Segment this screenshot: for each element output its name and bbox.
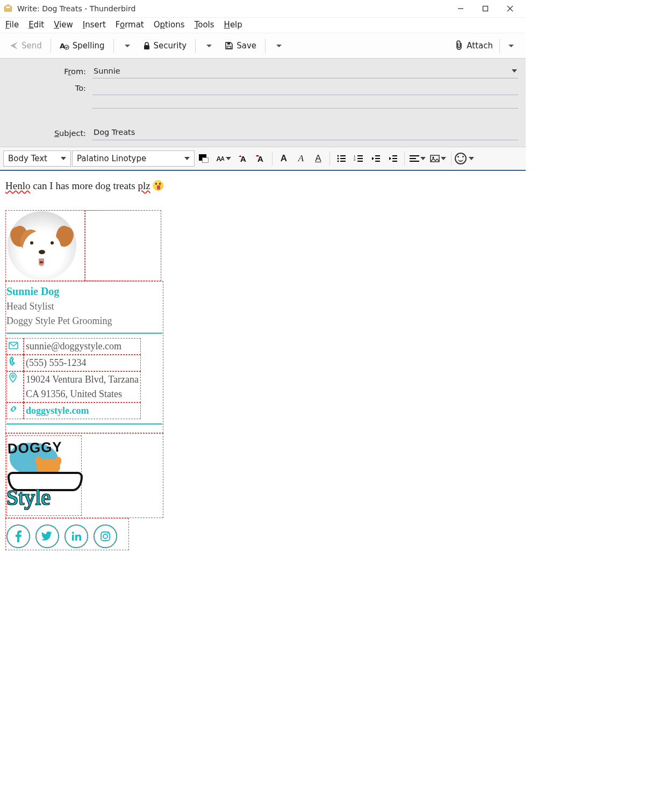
emoji-tongue (153, 180, 163, 191)
signature-name: Sunnie Dog (6, 283, 162, 299)
chevron-down-icon (206, 45, 212, 47)
svg-text:2: 2 (354, 158, 356, 161)
svg-point-11 (338, 155, 339, 157)
paperclip-icon (455, 40, 463, 51)
signature-email: sunnie@doggystyle.com (24, 338, 141, 355)
twitter-link[interactable] (35, 524, 59, 548)
insert-image-button[interactable] (428, 151, 448, 166)
signature-website[interactable]: doggystyle.com (26, 405, 89, 416)
menu-insert[interactable]: Insert (83, 20, 106, 30)
titlebar: Write: Dog Treats - Thunderbird (0, 0, 526, 18)
emoji-button[interactable] (455, 151, 474, 166)
signature-address: 19024 Ventura Blvd, Tarzana CA 91356, Un… (24, 371, 141, 403)
to-row: To: (8, 81, 518, 95)
menu-format[interactable]: Format (116, 20, 144, 30)
bullet-list-button[interactable] (333, 151, 349, 166)
numbered-list-button[interactable]: 12 (350, 151, 367, 166)
instagram-link[interactable] (94, 524, 117, 548)
indent-button[interactable] (385, 151, 401, 166)
font-size-select[interactable]: AA (213, 151, 234, 166)
svg-point-15 (338, 161, 339, 162)
attach-button[interactable]: Attach (450, 38, 497, 53)
chevron-down-icon (469, 157, 474, 160)
spelling-button[interactable]: A Spelling (55, 39, 109, 53)
svg-rect-1 (483, 6, 488, 11)
to-label: To: (8, 84, 92, 92)
separator (329, 152, 330, 166)
decrease-font-button[interactable]: A (235, 151, 252, 166)
separator (113, 39, 114, 53)
from-label: From: (8, 67, 92, 76)
svg-rect-23 (375, 158, 380, 159)
security-dropdown[interactable] (200, 42, 218, 49)
facebook-link[interactable] (6, 524, 30, 548)
underline-button[interactable]: A (310, 151, 326, 166)
menu-file[interactable]: File (5, 20, 19, 30)
smile-icon (455, 153, 467, 164)
signature-divider (6, 423, 162, 425)
text-color-button[interactable] (196, 151, 212, 166)
svg-rect-29 (410, 158, 416, 159)
spelling-dropdown[interactable] (118, 42, 137, 49)
subject-label: Subject: (8, 129, 92, 138)
separator (404, 152, 405, 166)
save-dropdown[interactable] (270, 42, 288, 49)
separator (451, 152, 452, 166)
italic-button[interactable]: A (293, 151, 309, 166)
to-input[interactable] (92, 81, 518, 95)
menu-options[interactable]: Options (154, 20, 185, 30)
svg-rect-30 (410, 161, 419, 162)
maximize-button[interactable] (473, 0, 498, 17)
menu-view[interactable]: View (54, 20, 73, 30)
svg-rect-22 (375, 155, 380, 156)
main-toolbar: Send A Spelling Security Save Attach (0, 33, 526, 59)
message-body[interactable]: Henlo can I has more dog treats plz Sunn… (0, 171, 526, 558)
svg-rect-20 (357, 158, 363, 159)
save-button[interactable]: Save (220, 39, 261, 53)
menu-bar: File Edit View Insert Format Options Too… (0, 18, 526, 33)
send-button[interactable]: Send (5, 39, 46, 53)
svg-rect-12 (340, 155, 346, 156)
subject-input[interactable]: Dog Treats (92, 126, 518, 140)
color-swatch-icon (199, 154, 209, 163)
from-select[interactable]: Sunnie (92, 64, 518, 78)
svg-rect-26 (392, 158, 397, 159)
chevron-down-icon (512, 69, 517, 73)
outdent-button[interactable] (368, 151, 384, 166)
header-fields: From: Sunnie To: Subject: Dog Treats (0, 59, 526, 147)
svg-rect-8 (227, 46, 231, 48)
subject-row: Subject: Dog Treats (8, 126, 518, 140)
svg-rect-16 (340, 161, 346, 162)
menu-help[interactable]: Help (224, 20, 242, 30)
from-row: From: Sunnie (8, 64, 518, 78)
compose-window: Write: Dog Treats - Thunderbird File Edi… (0, 0, 526, 558)
separator (265, 39, 266, 53)
svg-rect-7 (227, 42, 230, 45)
font-family-select[interactable]: Palatino Linotype (72, 150, 195, 167)
linkedin-link[interactable] (64, 524, 88, 548)
app-icon (3, 4, 13, 13)
phone-icon (6, 355, 24, 371)
align-button[interactable] (408, 151, 427, 166)
chevron-down-icon (508, 45, 514, 47)
instagram-icon (100, 531, 111, 542)
bold-button[interactable]: A (276, 151, 292, 166)
svg-rect-18 (357, 155, 363, 156)
attach-dropdown[interactable] (502, 42, 520, 49)
svg-rect-24 (375, 161, 380, 162)
svg-text:A: A (240, 154, 246, 163)
menu-edit[interactable]: Edit (28, 20, 44, 30)
separator (272, 152, 273, 166)
security-button[interactable]: Security (139, 39, 191, 53)
chevron-down-icon (226, 157, 231, 160)
svg-point-32 (433, 157, 434, 159)
chevron-down-icon (125, 45, 130, 47)
minimize-button[interactable] (448, 0, 473, 17)
extra-recipient-line[interactable] (92, 98, 518, 109)
increase-font-button[interactable]: A (253, 151, 269, 166)
svg-point-13 (338, 158, 339, 160)
paragraph-style-select[interactable]: Body Text (3, 150, 71, 167)
menu-tools[interactable]: Tools (195, 20, 214, 30)
close-button[interactable] (498, 0, 522, 17)
svg-rect-25 (392, 155, 397, 156)
